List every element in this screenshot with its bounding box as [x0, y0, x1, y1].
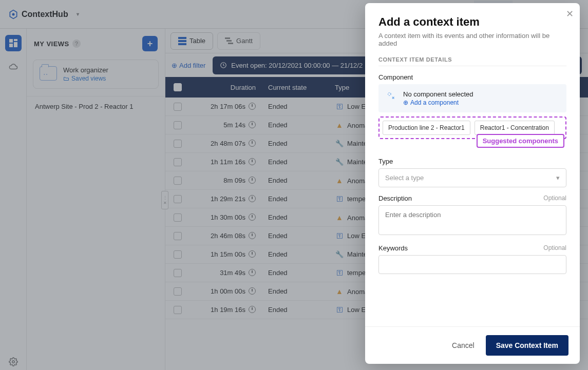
suggested-component-chip[interactable]: Production line 2 - Reactor1 [383, 121, 470, 135]
add-component-link[interactable]: ⊕ Add a component [403, 99, 473, 106]
suggested-components-callout: Suggested components [477, 134, 564, 148]
close-icon[interactable]: ✕ [566, 8, 574, 20]
description-input[interactable] [378, 205, 566, 235]
suggested-component-chip[interactable]: Reactor1 - Concentration [475, 121, 555, 135]
add-context-item-panel: ✕ Add a context item A context item with… [365, 3, 580, 364]
plus-circle-icon: ⊕ [403, 99, 408, 106]
panel-subtitle: A context item with its events and other… [378, 32, 566, 47]
type-select[interactable]: Select a type ▾ [378, 168, 566, 187]
svg-point-13 [388, 93, 391, 96]
component-box: No component selected ⊕ Add a component [378, 84, 566, 112]
description-label: Description Optional [378, 194, 566, 202]
component-empty-text: No component selected [403, 90, 473, 98]
panel-title: Add a context item [378, 15, 566, 29]
cancel-button[interactable]: Cancel [452, 341, 475, 349]
component-label: Component [378, 73, 566, 81]
keywords-input[interactable] [378, 255, 566, 274]
save-context-item-button[interactable]: Save Context Item [486, 335, 568, 356]
section-label: CONTEXT ITEM DETAILS [378, 56, 566, 66]
component-target-icon [386, 90, 397, 102]
keywords-label: Keywords Optional [378, 244, 566, 252]
chevron-down-icon: ▾ [556, 174, 560, 182]
type-label: Type [378, 158, 566, 165]
